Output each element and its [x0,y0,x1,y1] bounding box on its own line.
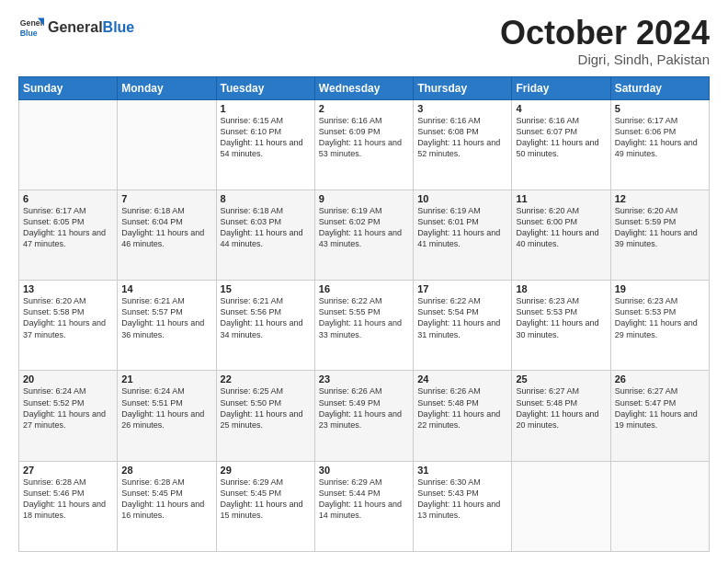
day-number: 17 [417,283,507,294]
sunrise-text: Sunrise: 6:22 AM [319,295,409,306]
sunset-text: Sunset: 5:49 PM [319,397,409,408]
sunset-text: Sunset: 5:51 PM [121,397,211,408]
sunset-text: Sunset: 6:03 PM [221,216,311,227]
sunset-text: Sunset: 6:08 PM [417,126,507,137]
day-number: 6 [23,193,113,204]
sunset-text: Sunset: 6:01 PM [417,216,507,227]
sunrise-text: Sunrise: 6:19 AM [319,205,409,216]
sunset-text: Sunset: 5:47 PM [615,397,705,408]
col-tuesday: Tuesday [216,76,314,99]
day-number: 15 [221,283,311,294]
daylight-text: Daylight: 11 hours and 20 minutes. [516,408,606,431]
calendar-location: Digri, Sindh, Pakistan [500,52,710,67]
sunrise-text: Sunrise: 6:28 AM [121,477,211,488]
calendar-week-5: 27Sunrise: 6:28 AMSunset: 5:46 PMDayligh… [19,461,710,551]
sunrise-text: Sunrise: 6:29 AM [221,477,311,488]
day-number: 23 [319,373,409,385]
calendar-cell-w3-d1: 13Sunrise: 6:20 AMSunset: 5:58 PMDayligh… [19,281,118,371]
day-number: 14 [121,283,211,294]
calendar-cell-w3-d2: 14Sunrise: 6:21 AMSunset: 5:57 PMDayligh… [118,281,216,371]
day-info: Sunrise: 6:19 AMSunset: 6:02 PMDaylight:… [319,205,409,250]
day-info: Sunrise: 6:21 AMSunset: 5:56 PMDaylight:… [221,295,311,340]
day-number: 24 [417,373,507,385]
sunrise-text: Sunrise: 6:16 AM [516,115,606,126]
day-number: 12 [615,193,705,204]
day-number: 7 [121,193,211,204]
day-number: 11 [516,193,606,204]
calendar-cell-w4-d3: 22Sunrise: 6:25 AMSunset: 5:50 PMDayligh… [216,371,314,461]
sunset-text: Sunset: 5:53 PM [615,306,705,317]
daylight-text: Daylight: 11 hours and 27 minutes. [23,408,113,431]
day-info: Sunrise: 6:16 AMSunset: 6:07 PMDaylight:… [516,115,606,160]
day-info: Sunrise: 6:16 AMSunset: 6:08 PMDaylight:… [417,115,507,160]
calendar-cell-w4-d2: 21Sunrise: 6:24 AMSunset: 5:51 PMDayligh… [118,371,216,461]
day-number: 21 [121,373,211,385]
day-number: 2 [319,103,409,114]
daylight-text: Daylight: 11 hours and 16 minutes. [121,499,211,521]
col-sunday: Sunday [19,76,118,99]
sunrise-text: Sunrise: 6:24 AM [121,385,211,396]
title-block: October 2024 Digri, Sindh, Pakistan [500,15,710,67]
calendar-cell-w2-d3: 8Sunrise: 6:18 AMSunset: 6:03 PMDaylight… [216,190,314,280]
svg-text:Blue: Blue [20,29,38,38]
daylight-text: Daylight: 11 hours and 33 minutes. [319,317,409,339]
sunrise-text: Sunrise: 6:20 AM [516,205,606,216]
day-number: 19 [615,283,705,294]
calendar-cell-w1-d2 [118,99,216,190]
sunrise-text: Sunrise: 6:22 AM [417,295,507,306]
daylight-text: Daylight: 11 hours and 15 minutes. [221,499,311,521]
sunrise-text: Sunrise: 6:15 AM [221,115,311,126]
calendar-cell-w3-d7: 19Sunrise: 6:23 AMSunset: 5:53 PMDayligh… [610,281,709,371]
daylight-text: Daylight: 11 hours and 13 minutes. [417,499,507,521]
sunrise-text: Sunrise: 6:17 AM [615,115,705,126]
day-number: 31 [417,465,507,476]
day-number: 10 [417,193,507,204]
calendar-week-1: 1Sunrise: 6:15 AMSunset: 6:10 PMDaylight… [19,99,710,190]
day-number: 13 [23,283,113,294]
sunrise-text: Sunrise: 6:26 AM [319,385,409,396]
calendar-cell-w3-d3: 15Sunrise: 6:21 AMSunset: 5:56 PMDayligh… [216,281,314,371]
calendar-cell-w3-d6: 18Sunrise: 6:23 AMSunset: 5:53 PMDayligh… [512,281,610,371]
daylight-text: Daylight: 11 hours and 37 minutes. [23,317,113,339]
day-number: 9 [319,193,409,204]
daylight-text: Daylight: 11 hours and 36 minutes. [121,317,211,339]
sunrise-text: Sunrise: 6:18 AM [221,205,311,216]
sunrise-text: Sunrise: 6:30 AM [417,477,507,488]
calendar-cell-w5-d5: 31Sunrise: 6:30 AMSunset: 5:43 PMDayligh… [414,461,512,551]
col-wednesday: Wednesday [314,76,413,99]
daylight-text: Daylight: 11 hours and 40 minutes. [516,227,606,249]
col-saturday: Saturday [610,76,709,99]
day-number: 1 [221,103,311,114]
sunrise-text: Sunrise: 6:17 AM [23,205,113,216]
sunset-text: Sunset: 5:44 PM [319,488,409,499]
calendar-cell-w4-d4: 23Sunrise: 6:26 AMSunset: 5:49 PMDayligh… [314,371,413,461]
daylight-text: Daylight: 11 hours and 41 minutes. [417,227,507,249]
col-thursday: Thursday [414,76,512,99]
day-info: Sunrise: 6:18 AMSunset: 6:03 PMDaylight:… [221,205,311,250]
calendar-cell-w3-d4: 16Sunrise: 6:22 AMSunset: 5:55 PMDayligh… [314,281,413,371]
daylight-text: Daylight: 11 hours and 54 minutes. [221,137,311,159]
calendar-cell-w4-d7: 26Sunrise: 6:27 AMSunset: 5:47 PMDayligh… [610,371,709,461]
calendar-cell-w1-d4: 2Sunrise: 6:16 AMSunset: 6:09 PMDaylight… [314,99,413,190]
sunset-text: Sunset: 5:50 PM [221,397,311,408]
daylight-text: Daylight: 11 hours and 43 minutes. [319,227,409,249]
daylight-text: Daylight: 11 hours and 22 minutes. [417,408,507,431]
day-info: Sunrise: 6:22 AMSunset: 5:55 PMDaylight:… [319,295,409,340]
sunrise-text: Sunrise: 6:20 AM [615,205,705,216]
calendar-cell-w2-d2: 7Sunrise: 6:18 AMSunset: 6:04 PMDaylight… [118,190,216,280]
calendar-header-row: Sunday Monday Tuesday Wednesday Thursday… [19,76,710,99]
daylight-text: Daylight: 11 hours and 19 minutes. [615,408,705,431]
daylight-text: Daylight: 11 hours and 52 minutes. [417,137,507,159]
day-info: Sunrise: 6:26 AMSunset: 5:49 PMDaylight:… [319,385,409,431]
day-info: Sunrise: 6:24 AMSunset: 5:52 PMDaylight:… [23,385,113,431]
calendar-cell-w5-d7 [610,461,709,551]
calendar-cell-w2-d7: 12Sunrise: 6:20 AMSunset: 5:59 PMDayligh… [610,190,709,280]
calendar-cell-w2-d4: 9Sunrise: 6:19 AMSunset: 6:02 PMDaylight… [314,190,413,280]
sunrise-text: Sunrise: 6:28 AM [23,477,113,488]
day-info: Sunrise: 6:17 AMSunset: 6:05 PMDaylight:… [23,205,113,250]
sunset-text: Sunset: 5:45 PM [221,488,311,499]
logo-blue: Blue [103,19,135,35]
calendar-week-4: 20Sunrise: 6:24 AMSunset: 5:52 PMDayligh… [19,371,710,461]
day-info: Sunrise: 6:28 AMSunset: 5:46 PMDaylight:… [23,477,113,522]
header: General Blue GeneralBlue October 2024 Di… [18,15,710,67]
